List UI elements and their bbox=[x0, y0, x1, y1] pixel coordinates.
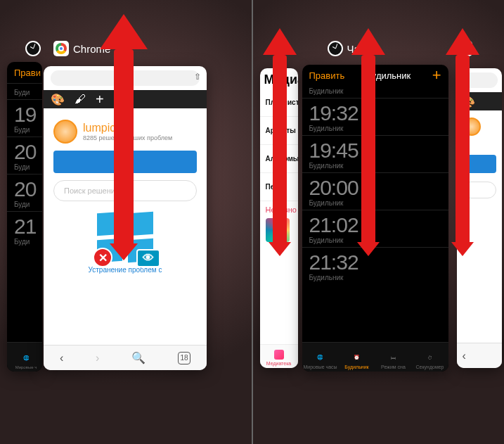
edit-button[interactable]: Править bbox=[309, 70, 345, 81]
clock-app-title: Часы bbox=[328, 41, 373, 56]
windows-logo-icon: ✕ 👁 bbox=[97, 213, 153, 262]
back-icon[interactable]: ‹ bbox=[463, 350, 466, 362]
alarm-row[interactable]: 19:32Будильник bbox=[302, 98, 448, 135]
chrome-app-title: Chrome bbox=[53, 41, 110, 56]
alarm-icon: ⏰ bbox=[351, 352, 363, 363]
clock-app-card[interactable]: Править Будильник + Будильник 19:32Будил… bbox=[302, 65, 448, 372]
bed-icon: 🛏 bbox=[388, 352, 399, 363]
forward-icon: › bbox=[96, 352, 99, 364]
list-item[interactable]: Альбомы bbox=[260, 145, 298, 173]
clock-app-card-bg[interactable]: Прави Буди 19Буди 20Буди 20Буди 21Буди 🌐… bbox=[7, 62, 42, 372]
music-app-card[interactable]: Медиатека Плейлисты Артисты Альбомы Песн… bbox=[260, 68, 298, 368]
palette-icon[interactable]: 🎨 bbox=[51, 93, 65, 106]
alarm-row[interactable]: 21:32Будильник bbox=[302, 247, 448, 284]
clock-icon bbox=[25, 41, 41, 56]
alarm-row[interactable]: 21:02Будильник bbox=[302, 210, 448, 247]
plus-icon[interactable]: + bbox=[96, 91, 104, 108]
alarm-time: 20 bbox=[14, 141, 35, 163]
add-alarm-button[interactable]: + bbox=[432, 66, 441, 84]
list-item[interactable]: Артисты bbox=[260, 117, 298, 145]
sleep-tab[interactable]: 🛏Режим сна bbox=[375, 352, 412, 369]
alarm-row[interactable]: 19:45Будильник bbox=[302, 135, 448, 172]
alarm-sublabel: Будильник bbox=[302, 86, 448, 98]
palette-icon[interactable]: 🎨 bbox=[461, 95, 475, 108]
brush-icon[interactable]: 🖌 bbox=[75, 93, 86, 106]
site-name: lumpics.ru bbox=[83, 122, 172, 134]
stopwatch-icon: ⏱ bbox=[425, 352, 436, 363]
login-button[interactable] bbox=[53, 151, 197, 173]
app-switcher-screen-2: Медиатека Плейлисты Артисты Альбомы Песн… bbox=[252, 0, 505, 444]
library-tab-icon[interactable] bbox=[274, 350, 284, 360]
header-title: Будильник bbox=[366, 70, 411, 81]
alarm-time: 21 bbox=[14, 216, 35, 237]
edit-button[interactable]: Прави bbox=[14, 68, 41, 78]
address-bar[interactable]: ⇧ bbox=[51, 70, 200, 86]
site-toolbar: 🎨 🖌 + bbox=[44, 90, 207, 108]
album-art-icon[interactable] bbox=[266, 218, 290, 242]
list-item[interactable]: Плейлисты bbox=[260, 89, 298, 117]
chrome-bottom-bar: ‹ › 🔍 18 bbox=[44, 345, 207, 370]
library-header: Медиатека bbox=[260, 68, 298, 89]
world-clock-tab[interactable]: 🌐Мировые ч bbox=[10, 353, 42, 369]
alarm-row[interactable]: 20:00Будильник bbox=[302, 172, 448, 210]
chrome-icon bbox=[53, 41, 69, 56]
alarm-sublabel: Буди bbox=[14, 89, 35, 96]
chrome-icon bbox=[457, 41, 472, 56]
monitor-eye-icon: 👁 bbox=[136, 249, 160, 267]
globe-icon: 🌐 bbox=[315, 352, 326, 363]
site-name: lu bbox=[463, 136, 496, 146]
tab-count-button[interactable]: 18 bbox=[178, 352, 190, 364]
address-bar[interactable] bbox=[461, 72, 498, 88]
clock-app-title-bg bbox=[25, 41, 41, 56]
chrome-app-title-bg bbox=[457, 41, 472, 56]
chrome-app-card[interactable]: ⇧ 🎨 🖌 + lumpics.ru 8285 решения ваших пр… bbox=[44, 66, 207, 370]
alarm-tab[interactable]: ⏰Будильник bbox=[339, 352, 375, 369]
error-icon: ✕ bbox=[93, 248, 112, 267]
world-clock-tab[interactable]: 🌐Мировые часы bbox=[302, 352, 339, 369]
site-tagline: 8285 решения ваших проблем bbox=[83, 134, 172, 141]
list-item[interactable]: Песни bbox=[260, 173, 298, 201]
search-icon[interactable]: 🔍 bbox=[131, 351, 146, 364]
search-input[interactable] bbox=[463, 182, 496, 198]
article-link[interactable]: Устранение проблем с bbox=[53, 266, 197, 274]
stopwatch-tab[interactable]: ⏱Секундомер bbox=[412, 352, 448, 369]
search-input[interactable]: Поиск решения... bbox=[53, 180, 197, 201]
site-logo-icon bbox=[53, 120, 77, 144]
back-icon[interactable]: ‹ bbox=[60, 352, 63, 364]
alarm-time: 20 bbox=[14, 179, 35, 200]
clock-icon bbox=[328, 41, 343, 56]
alarm-time: 19 bbox=[14, 104, 35, 125]
chrome-app-card-bg[interactable]: 🎨 lu ‹ bbox=[457, 68, 502, 368]
login-button[interactable] bbox=[463, 155, 496, 173]
site-logo-icon bbox=[463, 118, 481, 136]
app-switcher-screen-1: Прави Буди 19Буди 20Буди 20Буди 21Буди 🌐… bbox=[0, 0, 252, 444]
share-icon[interactable]: ⇧ bbox=[194, 72, 201, 82]
library-tab[interactable]: Медиатека bbox=[266, 361, 292, 366]
recent-header: Недавно bbox=[260, 201, 298, 215]
